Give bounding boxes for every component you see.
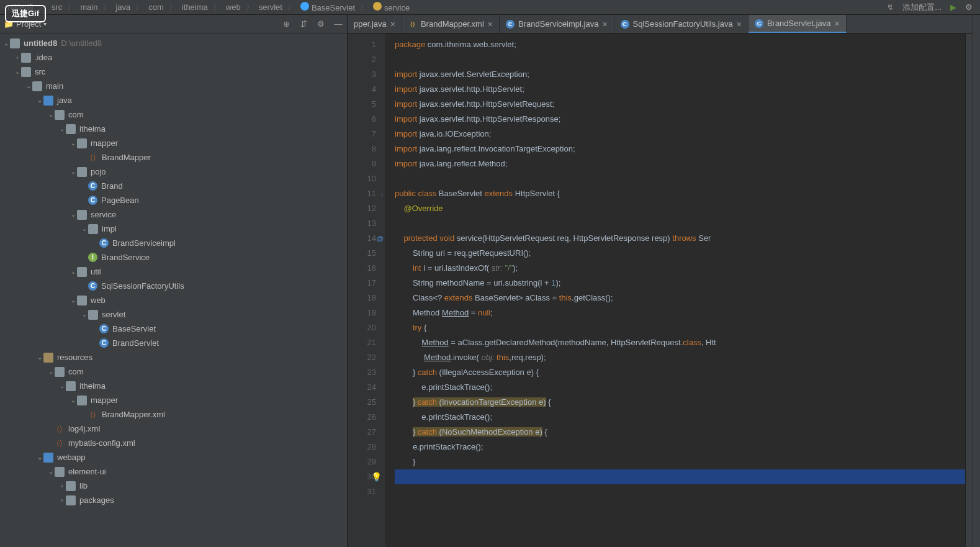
- code-line[interactable]: [395, 484, 965, 499]
- tree-node[interactable]: ⌄webapp: [0, 450, 347, 464]
- code-line[interactable]: Method Method = null;: [395, 305, 965, 320]
- tree-node[interactable]: ›lib: [0, 479, 347, 493]
- tree-node[interactable]: ⌄java: [0, 93, 347, 107]
- code-line[interactable]: } catch (InvocationTargetException e) {: [395, 395, 965, 410]
- code-line[interactable]: } catch (NoSuchMethodException e) {: [395, 425, 965, 440]
- code-line[interactable]: int i = uri.lastIndexOf( str: "/");: [395, 261, 965, 276]
- lightning-icon[interactable]: ↯: [884, 2, 896, 12]
- code-line[interactable]: e.printStackTrace();: [395, 410, 965, 425]
- close-icon[interactable]: ×: [390, 19, 395, 29]
- tree-node[interactable]: ⟨⟩BrandMapper: [0, 150, 347, 165]
- breadcrumb-item[interactable]: BaseServlet: [298, 2, 357, 12]
- tree-node[interactable]: ⌄com: [0, 364, 347, 379]
- hide-icon[interactable]: —: [333, 19, 343, 29]
- tree-node[interactable]: ⟨⟩BrandMapper.xml: [0, 407, 347, 422]
- tree-node[interactable]: ⌄service: [0, 207, 347, 222]
- code-line[interactable]: String methodName = uri.substring(i + 1)…: [395, 276, 965, 291]
- code-line[interactable]: import java.lang.reflect.InvocationTarge…: [395, 142, 965, 156]
- tree-node[interactable]: ⌄resources: [0, 350, 347, 364]
- tree-node[interactable]: ⟨⟩log4j.xml: [0, 422, 347, 436]
- breadcrumb-item[interactable]: servlet: [256, 2, 285, 12]
- folder-icon: [32, 81, 42, 91]
- tree-node[interactable]: ›.idea: [0, 50, 347, 65]
- code-line[interactable]: [395, 216, 965, 231]
- breadcrumb-item[interactable]: service: [371, 2, 412, 12]
- project-tree[interactable]: ⌄untitled8D:\untitled8›.idea⌄src⌄main⌄ja…: [0, 34, 347, 547]
- close-icon[interactable]: ×: [488, 19, 493, 29]
- code-line[interactable]: import java.lang.reflect.Method;: [395, 156, 965, 171]
- folder-icon: [77, 396, 87, 405]
- tree-root[interactable]: ⌄untitled8D:\untitled8: [0, 36, 347, 50]
- tree-node[interactable]: ⌄com: [0, 107, 347, 122]
- close-icon[interactable]: ×: [835, 19, 840, 29]
- code-editor[interactable]: package com.itheima.web.servlet;import j…: [385, 34, 965, 547]
- editor-tab[interactable]: CBrandServiceimpl.java×: [500, 15, 614, 33]
- code-line[interactable]: public class BaseServlet extends HttpSer…: [395, 186, 965, 201]
- code-line[interactable]: Method = aClass.getDeclaredMethod(method…: [395, 335, 965, 350]
- code-line[interactable]: import java.io.IOException;: [395, 127, 965, 142]
- tree-node[interactable]: IBrandService: [0, 250, 347, 264]
- tree-node[interactable]: ⌄src: [0, 65, 347, 79]
- tree-node[interactable]: CPageBean: [0, 193, 347, 207]
- tree-node[interactable]: ⌄web: [0, 293, 347, 307]
- add-config-button[interactable]: 添加配置...: [900, 2, 944, 13]
- tree-node[interactable]: CBrandServlet: [0, 336, 347, 350]
- code-line[interactable]: protected void service(HttpServletReques…: [395, 231, 965, 246]
- breadcrumb-item[interactable]: src: [49, 2, 65, 12]
- close-icon[interactable]: ×: [602, 19, 607, 29]
- code-line[interactable]: String uri = req.getRequestURI();: [395, 246, 965, 261]
- code-line[interactable]: Method.invoke( obj: this,req,resp);: [395, 350, 965, 365]
- tree-node[interactable]: ⌄servlet: [0, 307, 347, 322]
- tree-node[interactable]: ⌄mapper: [0, 136, 347, 150]
- editor-tabs[interactable]: pper.java×⟨⟩BrandMapper.xml×CBrandServic…: [348, 15, 973, 34]
- tree-node[interactable]: ⌄pojo: [0, 165, 347, 179]
- code-line[interactable]: import javax.servlet.http.HttpServletReq…: [395, 97, 965, 112]
- tree-node[interactable]: CSqlSessionFactoryUtils: [0, 279, 347, 293]
- tree-node[interactable]: ⌄util: [0, 264, 347, 279]
- tree-node[interactable]: CBrandServiceimpl: [0, 236, 347, 250]
- tree-node[interactable]: ⌄itheima: [0, 122, 347, 136]
- tree-node[interactable]: ⌄main: [0, 79, 347, 93]
- tree-node[interactable]: ⌄itheima: [0, 379, 347, 393]
- tree-node[interactable]: ⌄mapper: [0, 393, 347, 407]
- code-line[interactable]: @Override: [395, 201, 965, 216]
- tree-node[interactable]: ⌄impl: [0, 222, 347, 236]
- code-line[interactable]: [395, 171, 965, 186]
- tree-node[interactable]: ⟨⟩mybatis-config.xml: [0, 436, 347, 450]
- folder-icon: [43, 453, 53, 463]
- code-line[interactable]: package com.itheima.web.servlet;: [395, 37, 965, 52]
- settings-icon[interactable]: ⚙: [963, 2, 975, 12]
- breadcrumb-item[interactable]: com: [146, 2, 166, 12]
- editor-tab[interactable]: CBrandServlet.java×: [748, 15, 847, 33]
- code-line[interactable]: [395, 52, 965, 67]
- breadcrumb-item[interactable]: main: [78, 2, 100, 12]
- breadcrumb-item[interactable]: java: [113, 2, 133, 12]
- code-line[interactable]: 💡: [395, 469, 965, 484]
- code-line[interactable]: import javax.servlet.http.HttpServlet;: [395, 82, 965, 97]
- tree-node[interactable]: ⌄element-ui: [0, 464, 347, 479]
- close-icon[interactable]: ×: [737, 19, 742, 29]
- code-line[interactable]: try {: [395, 320, 965, 335]
- right-toolbar[interactable]: [973, 15, 980, 547]
- editor-tab[interactable]: CSqlSessionFactoryUtils.java×: [614, 15, 748, 33]
- folder-icon: [43, 353, 53, 363]
- code-line[interactable]: e.printStackTrace();: [395, 380, 965, 395]
- editor-tab[interactable]: ⟨⟩BrandMapper.xml×: [402, 15, 500, 33]
- collapse-icon[interactable]: ⇵: [299, 19, 308, 29]
- code-line[interactable]: }: [395, 454, 965, 469]
- target-icon[interactable]: ⊕: [281, 19, 291, 29]
- breadcrumb-item[interactable]: web: [223, 2, 243, 12]
- code-line[interactable]: Class<? extends BaseServlet> aClass = th…: [395, 291, 965, 305]
- folder-icon: [55, 367, 65, 377]
- code-line[interactable]: import javax.servlet.ServletException;: [395, 67, 965, 82]
- breadcrumb-item[interactable]: itheima: [179, 2, 210, 12]
- gear-icon[interactable]: ⚙: [316, 19, 326, 29]
- code-line[interactable]: e.printStackTrace();: [395, 440, 965, 454]
- editor-tab[interactable]: pper.java×: [348, 15, 402, 33]
- tree-node[interactable]: ›packages: [0, 493, 347, 507]
- code-line[interactable]: } catch (IllegalAccessException e) {: [395, 365, 965, 380]
- tree-node[interactable]: CBrand: [0, 179, 347, 193]
- run-icon[interactable]: ▶: [948, 2, 959, 12]
- code-line[interactable]: import javax.servlet.http.HttpServletRes…: [395, 112, 965, 127]
- tree-node[interactable]: CBaseServlet: [0, 322, 347, 336]
